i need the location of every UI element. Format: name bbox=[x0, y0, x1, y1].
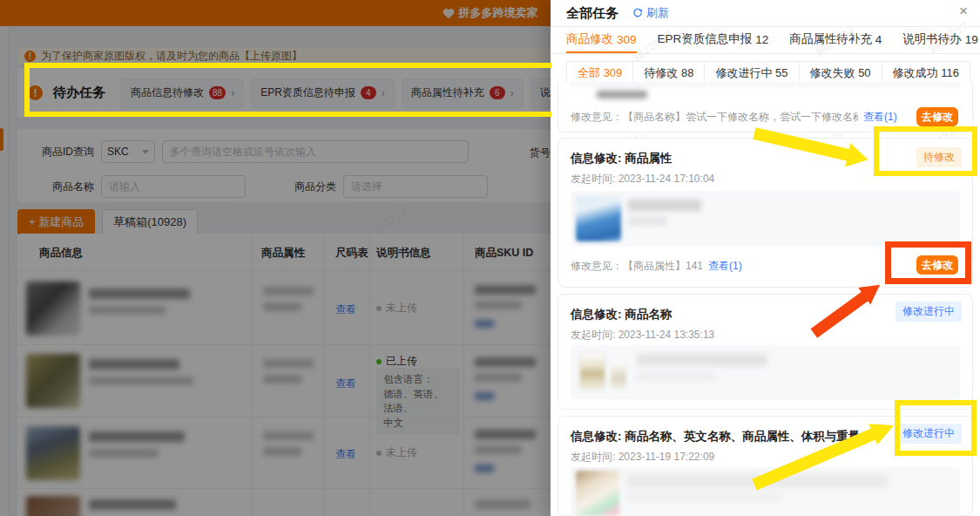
product-box bbox=[571, 191, 960, 247]
opinion-label: 修改意见： bbox=[571, 260, 623, 272]
redacted-text bbox=[597, 91, 647, 98]
tab-count: 309 bbox=[617, 33, 637, 46]
view-opinion-link[interactable]: 查看(1) bbox=[863, 110, 897, 125]
refresh-button[interactable]: 刷新 bbox=[632, 5, 669, 21]
product-image bbox=[576, 471, 619, 516]
time-label: 发起时间: bbox=[571, 329, 615, 341]
subtab-label: 修改成功 bbox=[893, 66, 938, 79]
task-time: 发起时间: 2023-11-24 13:35:13 bbox=[571, 328, 714, 343]
task-time: 发起时间: 2023-11-24 17:10:04 bbox=[571, 172, 714, 187]
go-modify-button[interactable]: 去修改 bbox=[916, 107, 958, 126]
product-box bbox=[571, 345, 960, 399]
opinion-text: 修改意见：【商品属性】141 bbox=[571, 259, 703, 274]
subtab-count: 116 bbox=[941, 66, 959, 79]
subtab-count: 309 bbox=[604, 66, 623, 79]
time-value: 2023-11-24 13:35:13 bbox=[618, 329, 715, 341]
opinion-text: 修改意见：【商品名称】尝试一下修改名称，尝试一下修改名称，尝试一下修改名称，尝试… bbox=[571, 110, 858, 125]
view-opinion-link[interactable]: 查看(1) bbox=[708, 259, 742, 274]
tab-count: 19 bbox=[965, 33, 978, 46]
drawer-tabs: 商品修改 309 EPR资质信息申报 12 商品属性待补充 4 说明书待办 19 bbox=[551, 27, 980, 54]
time-value: 2023-11-19 17:22:09 bbox=[618, 451, 715, 463]
tab-label: 说明书待办 bbox=[902, 31, 962, 47]
status-tag-in-progress: 修改进行中 bbox=[896, 302, 962, 322]
tab-product-modify[interactable]: 商品修改 309 bbox=[566, 27, 637, 53]
annotation-box-todo-section bbox=[24, 63, 551, 117]
close-icon[interactable]: × bbox=[959, 3, 968, 18]
subtab-label: 修改进行中 bbox=[715, 66, 772, 79]
task-card-name: 信息修改: 商品名称 修改进行中 发起时间: 2023-11-24 13:35:… bbox=[558, 294, 973, 410]
subtab-label: 全部 bbox=[578, 66, 600, 79]
time-label: 发起时间: bbox=[571, 451, 615, 463]
redacted-text bbox=[628, 200, 701, 211]
tab-label: 商品属性待补充 bbox=[789, 31, 872, 47]
time-label: 发起时间: bbox=[571, 173, 615, 185]
tab-epr-declare[interactable]: EPR资质信息申报 12 bbox=[658, 27, 769, 53]
redacted-text bbox=[637, 373, 715, 381]
tab-count: 12 bbox=[755, 33, 768, 46]
drawer-header: 全部任务 刷新 × bbox=[551, 0, 980, 27]
opinion-label: 修改意见： bbox=[571, 111, 623, 123]
task-card-partial: 修改意见：【商品名称】尝试一下修改名称，尝试一下修改名称，尝试一下修改名称，尝试… bbox=[558, 82, 973, 132]
tab-count: 4 bbox=[875, 33, 882, 46]
product-box-edge bbox=[571, 82, 960, 87]
subtab-count: 88 bbox=[681, 66, 693, 79]
annotation-box-go-modify bbox=[885, 241, 971, 284]
drawer-title: 全部任务 bbox=[566, 5, 618, 22]
tab-manual-todo[interactable]: 说明书待办 19 bbox=[902, 27, 978, 53]
tab-label: 商品修改 bbox=[566, 31, 613, 47]
subtab-label: 待修改 bbox=[644, 66, 678, 79]
product-image bbox=[579, 352, 605, 390]
refresh-icon bbox=[632, 8, 643, 18]
opinion-value: 【商品属性】141 bbox=[623, 260, 703, 272]
tab-attributes[interactable]: 商品属性待补充 4 bbox=[789, 27, 882, 53]
tab-label: EPR资质信息申报 bbox=[658, 31, 753, 47]
redacted-text bbox=[626, 493, 783, 502]
redacted-text bbox=[637, 354, 767, 366]
redacted-text bbox=[628, 217, 666, 225]
annotation-box-in-progress-tag bbox=[895, 400, 977, 456]
opinion-value: 【商品名称】尝试一下修改名称，尝试一下修改名称，尝试一下修改名称，尝试... bbox=[623, 111, 858, 123]
annotation-box-pending-tag bbox=[874, 126, 977, 176]
screen: 拼多多跨境卖家 3822017 3822017 3822017 3822017 … bbox=[0, 0, 980, 516]
opinion-row: 修改意见：【商品名称】尝试一下修改名称，尝试一下修改名称，尝试一下修改名称，尝试… bbox=[571, 110, 960, 125]
task-title: 信息修改: 商品名称、英文名称、商品属性、体积与重量 bbox=[571, 429, 860, 445]
task-title: 信息修改: 商品属性 bbox=[571, 151, 672, 166]
task-time: 发起时间: 2023-11-19 17:22:09 bbox=[571, 450, 714, 465]
subtab-count: 50 bbox=[858, 66, 870, 79]
task-title: 信息修改: 商品名称 bbox=[571, 307, 672, 322]
product-image bbox=[576, 196, 621, 241]
time-value: 2023-11-24 17:10:04 bbox=[618, 173, 715, 185]
product-image bbox=[611, 363, 626, 389]
refresh-label: 刷新 bbox=[646, 5, 669, 21]
subtab-label: 修改失败 bbox=[810, 66, 855, 79]
subtab-count: 55 bbox=[775, 66, 787, 79]
